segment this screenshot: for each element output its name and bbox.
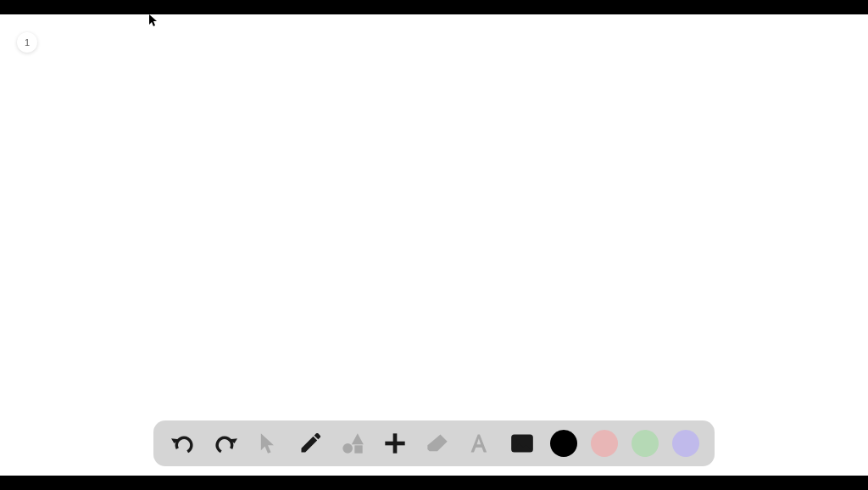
add-tool-button[interactable]: [381, 429, 409, 458]
shapes-icon: [341, 432, 364, 455]
shapes-tool-button[interactable]: [338, 429, 367, 458]
plus-icon: [383, 432, 407, 455]
select-tool-button[interactable]: [253, 429, 282, 458]
svg-rect-3: [385, 442, 404, 446]
pointer-icon: [256, 432, 280, 455]
undo-icon: [171, 432, 195, 455]
drawing-canvas[interactable]: [0, 14, 868, 476]
mouse-cursor-icon: [149, 14, 159, 28]
color-swatch-black[interactable]: [550, 430, 577, 457]
redo-icon: [214, 432, 237, 455]
color-swatch-pink[interactable]: [591, 430, 618, 457]
page-number-label: 1: [25, 37, 30, 47]
svg-rect-1: [354, 445, 362, 453]
window-bottom-bar: [0, 476, 868, 490]
image-tool-button[interactable]: [508, 429, 537, 458]
page-number-badge[interactable]: 1: [17, 32, 37, 53]
pencil-tool-button[interactable]: [296, 429, 325, 458]
svg-point-0: [342, 443, 353, 454]
pencil-icon: [298, 432, 322, 455]
eraser-icon: [426, 432, 449, 455]
text-icon: [468, 432, 492, 455]
color-swatch-purple[interactable]: [672, 430, 699, 457]
text-tool-button[interactable]: [465, 429, 494, 458]
svg-point-5: [516, 439, 520, 443]
window-top-bar: [0, 0, 868, 14]
undo-button[interactable]: [169, 429, 198, 458]
eraser-tool-button[interactable]: [423, 429, 452, 458]
drawing-toolbar: [153, 420, 715, 466]
image-icon: [510, 432, 534, 455]
color-swatch-green[interactable]: [632, 430, 659, 457]
redo-button[interactable]: [211, 429, 240, 458]
